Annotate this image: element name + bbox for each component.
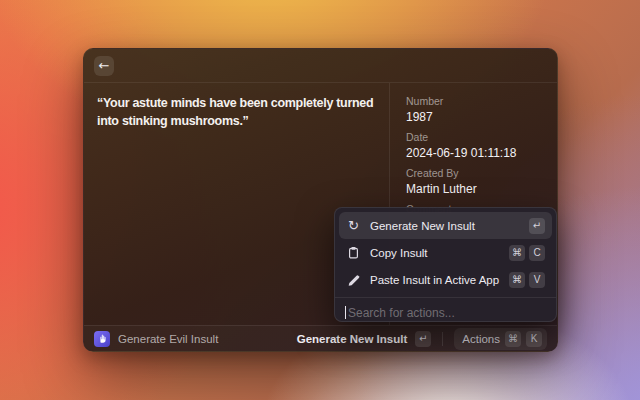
status-bar: Generate Evil Insult Generate New Insult… xyxy=(84,325,557,351)
metadata-label: Number xyxy=(406,95,543,108)
metadata-field-number: Number 1987 xyxy=(406,95,543,125)
v-key-badge: V xyxy=(529,272,545,288)
action-shortcut: ⌘ C xyxy=(509,245,545,261)
metadata-value: 1987 xyxy=(406,110,543,125)
actions-search-input[interactable]: Search for actions... xyxy=(335,297,556,327)
actions-button-label: Actions xyxy=(462,333,500,345)
primary-action-button[interactable]: Generate New Insult xyxy=(297,333,408,345)
action-item-paste-insult[interactable]: Paste Insult in Active App ⌘ V xyxy=(339,266,552,293)
refresh-icon: ↻ xyxy=(346,219,361,232)
return-key-badge: ↵ xyxy=(529,218,545,234)
search-placeholder: Search for actions... xyxy=(348,306,455,320)
rock-hand-icon xyxy=(97,333,108,344)
metadata-label: Created By xyxy=(406,167,543,180)
pencil-icon xyxy=(346,273,361,286)
action-shortcut: ⌘ V xyxy=(509,272,545,288)
metadata-field-date: Date 2024-06-19 01:11:18 xyxy=(406,131,543,161)
evil-insult-app-icon xyxy=(94,331,110,347)
action-item-label: Generate New Insult xyxy=(370,220,520,232)
command-name: Generate Evil Insult xyxy=(118,333,218,345)
metadata-field-created-by: Created By Martin Luther xyxy=(406,167,543,197)
k-key-badge: K xyxy=(526,331,542,347)
action-item-label: Copy Insult xyxy=(370,247,500,259)
command-key-badge: ⌘ xyxy=(509,245,525,261)
command-key-badge: ⌘ xyxy=(509,272,525,288)
action-item-generate-new-insult[interactable]: ↻ Generate New Insult ↵ xyxy=(339,212,552,239)
metadata-value: Martin Luther xyxy=(406,182,543,197)
text-cursor xyxy=(345,306,346,319)
metadata-label: Date xyxy=(406,131,543,144)
footer-divider xyxy=(442,332,443,346)
action-shortcut: ↵ xyxy=(529,218,545,234)
actions-list: ↻ Generate New Insult ↵ Copy Insult ⌘ C xyxy=(335,208,556,297)
back-button[interactable]: ← xyxy=(94,56,114,76)
window-header: ← xyxy=(84,49,557,83)
back-arrow-icon: ← xyxy=(99,59,110,72)
insult-quote: “Your astute minds have been completely … xyxy=(97,94,376,130)
clipboard-icon xyxy=(346,246,361,259)
action-item-copy-insult[interactable]: Copy Insult ⌘ C xyxy=(339,239,552,266)
actions-popover: ↻ Generate New Insult ↵ Copy Insult ⌘ C xyxy=(334,207,557,322)
actions-button[interactable]: Actions ⌘ K xyxy=(454,328,547,350)
metadata-value: 2024-06-19 01:11:18 xyxy=(406,146,543,161)
action-item-label: Paste Insult in Active App xyxy=(370,274,500,286)
return-key-badge: ↵ xyxy=(415,331,431,347)
c-key-badge: C xyxy=(529,245,545,261)
command-key-badge: ⌘ xyxy=(505,331,521,347)
